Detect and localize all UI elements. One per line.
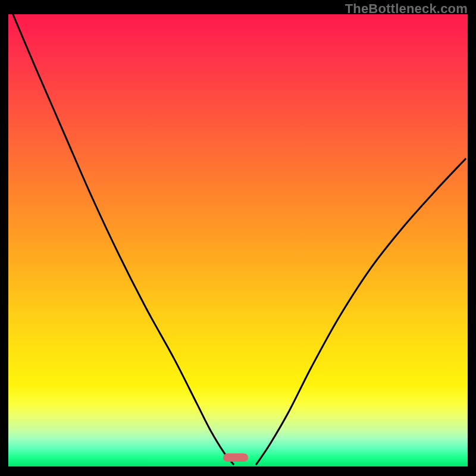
plot-area [8,14,468,466]
curve-right-branch [256,159,465,464]
chart-frame: TheBottleneck.com [0,0,476,476]
watermark-text: TheBottleneck.com [345,1,468,17]
bottleneck-curve [8,14,468,466]
valley-marker [223,453,248,462]
curve-left-branch [13,14,234,464]
